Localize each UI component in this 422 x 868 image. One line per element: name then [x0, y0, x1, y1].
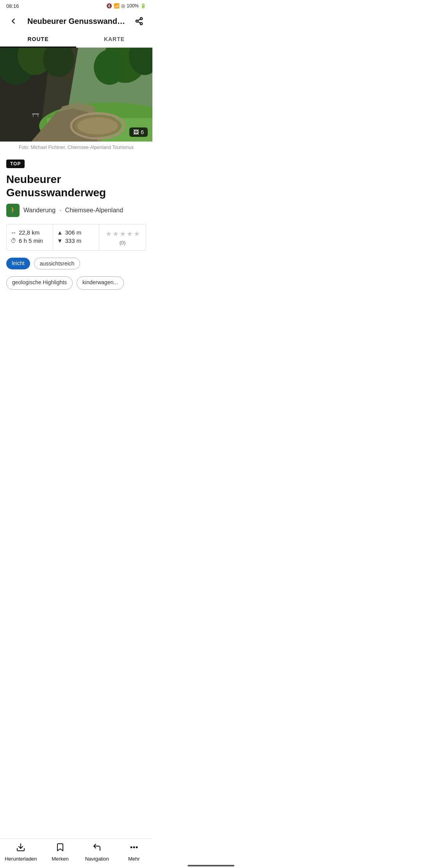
photo-count-badge[interactable]: 🖼 6 [129, 127, 148, 137]
ascent-icon: ▲ [57, 229, 63, 236]
star-2: ★ [113, 230, 119, 238]
wifi-icon: 📶 [114, 3, 120, 9]
status-time: 08:16 [6, 3, 19, 9]
star-4: ★ [127, 230, 133, 238]
status-icons: 🔇 📶 ◎ 100% 🔋 [106, 3, 146, 9]
battery-icon: 🔋 [140, 3, 146, 9]
star-5: ★ [134, 230, 140, 238]
tab-karte[interactable]: KARTE [76, 31, 152, 47]
photo-credit: Foto: Michael Fichtner, Chiemsee-Alpenla… [0, 142, 152, 155]
tag-kinderwagen[interactable]: kinderwagen... [77, 276, 124, 290]
tags-row: leicht aussichtsreich [6, 258, 146, 274]
mute-icon: 🔇 [106, 3, 112, 9]
page-title: Neubeurer Genusswand… [20, 17, 132, 26]
route-title: Neubeurer Genusswanderweg [6, 173, 146, 199]
svg-point-13 [94, 50, 125, 85]
back-button[interactable] [6, 14, 20, 28]
star-3: ★ [120, 230, 126, 238]
photo-icon: 🖼 [133, 129, 139, 135]
svg-line-4 [138, 19, 140, 21]
tag-aussichtsreich[interactable]: aussichtsreich [34, 258, 80, 269]
tab-route[interactable]: ROUTE [0, 31, 76, 47]
tabs-bar: ROUTE KARTE [0, 31, 152, 48]
svg-point-19 [77, 117, 118, 135]
descent-icon: ▼ [57, 237, 63, 244]
dot-sep: · [59, 207, 61, 214]
hiker-icon: 🚶 [6, 204, 20, 217]
main-content: TOP Neubeurer Genusswanderweg 🚶 Wanderun… [0, 155, 152, 291]
stats-grid: ↔ 22,8 km ⏱ 6 h 5 min ▲ 306 m ▼ 333 m ★ … [6, 224, 146, 251]
svg-rect-22 [33, 115, 34, 117]
ascent-value: 306 m [65, 229, 82, 236]
review-count: (0) [120, 240, 126, 246]
star-1: ★ [106, 230, 112, 238]
signal-icon: ◎ [121, 3, 125, 9]
svg-line-3 [138, 22, 140, 23]
ratings-cell: ★ ★ ★ ★ ★ (0) [99, 224, 146, 250]
tag-leicht[interactable]: leicht [6, 258, 30, 269]
tag-geo[interactable]: geologische Highlights [6, 276, 73, 290]
descent-value: 333 m [65, 237, 82, 244]
svg-rect-23 [38, 115, 38, 117]
route-region: Chiemsee-Alpenland [65, 207, 123, 214]
top-badge: TOP [6, 160, 25, 168]
duration-value: 6 h 5 min [19, 237, 43, 244]
partial-tags-row: geologische Highlights kinderwagen... [6, 276, 146, 291]
distance-cell: ↔ 22,8 km ⏱ 6 h 5 min [7, 224, 53, 250]
top-bar: Neubeurer Genusswand… [0, 11, 152, 31]
stars-row: ★ ★ ★ ★ ★ [106, 230, 140, 238]
share-button[interactable] [132, 14, 146, 28]
route-photo[interactable]: 🖼 6 [0, 48, 152, 142]
elevation-cell: ▲ 306 m ▼ 333 m [53, 224, 100, 250]
distance-icon: ↔ [11, 229, 16, 236]
photo-count: 6 [141, 129, 144, 135]
route-type-row: 🚶 Wanderung · Chiemsee-Alpenland [6, 204, 146, 217]
route-type: Wanderung [23, 207, 55, 214]
status-bar: 08:16 🔇 📶 ◎ 100% 🔋 [0, 0, 152, 11]
svg-rect-21 [32, 113, 39, 115]
duration-icon: ⏱ [11, 237, 16, 244]
battery-label: 100% [127, 3, 139, 9]
distance-value: 22,8 km [19, 229, 39, 236]
